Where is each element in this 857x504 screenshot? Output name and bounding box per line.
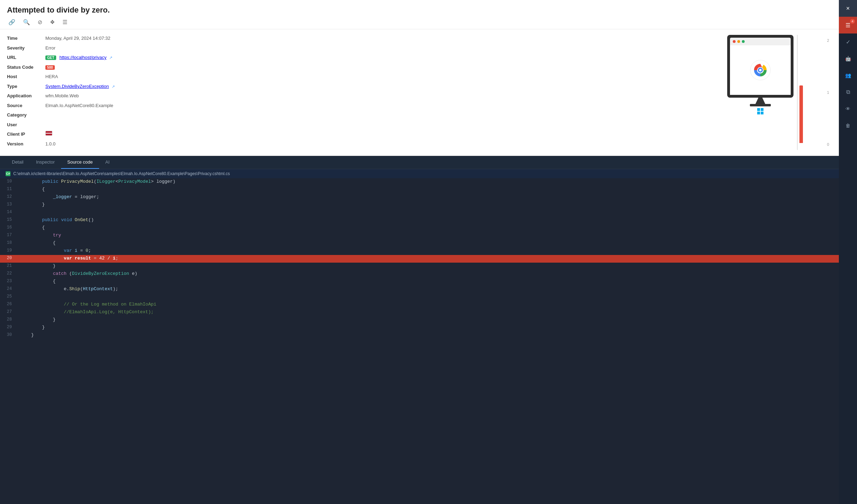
line-code-20: var result = 42 / i; [17, 255, 839, 263]
application-row: Application wfm.Mobile.Web [7, 92, 706, 99]
code-line-28: 28 } [0, 316, 839, 324]
source-label: Source [7, 102, 45, 109]
dot-yellow [737, 40, 740, 43]
tab-detail[interactable]: Detail [6, 156, 30, 169]
layers-icon[interactable]: ❖ [49, 18, 56, 26]
code-line-23: 23 { [0, 278, 839, 286]
line-num-23: 23 [0, 278, 17, 286]
bot-button[interactable]: 🤖 [839, 50, 857, 67]
link-icon[interactable]: 🔗 [7, 18, 17, 26]
user-row: User [7, 121, 706, 128]
application-label: Application [7, 92, 45, 99]
status-label: Status Code [7, 64, 45, 71]
code-line-15: 15 public void OnGet() [0, 217, 839, 224]
line-code-27: //ElmahIoApi.Log(e, HttpContext); [17, 309, 839, 316]
bot-icon: 🤖 [845, 56, 851, 61]
tabs-bar: Detail Inspector Source code AI [0, 156, 839, 169]
url-row: URL GET https://localhost/privacy ↗ [7, 54, 706, 61]
trash-button[interactable]: 🗑 [839, 117, 857, 134]
line-num-12: 12 [0, 194, 17, 201]
external-link-icon[interactable]: ↗ [109, 55, 112, 60]
line-code-30: } [17, 332, 839, 339]
copy-icon: ⧉ [846, 89, 850, 95]
line-num-17: 17 [0, 232, 17, 240]
type-external-icon[interactable]: ↗ [112, 84, 115, 89]
svg-rect-7 [761, 112, 763, 114]
type-link[interactable]: System.DivideByZeroException [45, 84, 109, 89]
eye-slash-button[interactable]: 👁 [839, 100, 857, 117]
code-line-10: 10 public PrivacyModel(ILogger<PrivacyMo… [0, 178, 839, 186]
line-num-27: 27 [0, 309, 17, 316]
code-line-24: 24 e.Ship(HttpContext); [0, 286, 839, 293]
svg-point-3 [759, 69, 761, 71]
chart-area: 2 1 0 [720, 35, 832, 150]
check-icon: ✓ [846, 39, 850, 45]
svg-rect-5 [761, 108, 763, 111]
menu-icon[interactable]: ☰ [61, 18, 69, 26]
list-button[interactable]: ☰ 4 [839, 17, 857, 33]
line-num-13: 13 [0, 201, 17, 209]
line-num-20: 20 [0, 255, 17, 263]
line-num-30: 30 [0, 332, 17, 339]
copy-button[interactable]: ⧉ [839, 84, 857, 100]
file-path-text: C:\elmah.io\client-libraries\Elmah.Io.As… [13, 171, 230, 176]
code-line-16: 16 { [0, 224, 839, 232]
check-button[interactable]: ✓ [839, 33, 857, 50]
line-code-28: } [17, 316, 839, 324]
details-left: Time Monday, April 29, 2024 14:07:32 Sev… [7, 35, 706, 150]
code-line-20: 20 var result = 42 / i; [0, 255, 839, 263]
user-label: User [7, 121, 45, 128]
badge-count: 4 [850, 19, 855, 24]
url-link[interactable]: https://localhost/privacy [59, 55, 106, 60]
users-icon: 👥 [845, 73, 851, 78]
ban-icon[interactable]: ⊘ [36, 18, 44, 26]
severity-row: Severity Error [7, 45, 706, 52]
monitor-stand [755, 98, 765, 104]
chart-error-bar [799, 85, 803, 143]
code-line-22: 22 catch (DivideByZeroException e) [0, 270, 839, 278]
line-num-19: 19 [0, 247, 17, 255]
chart-axis-line [797, 35, 798, 150]
category-row: Category [7, 112, 706, 119]
cs-file-icon: C# [6, 171, 10, 176]
line-code-25 [17, 293, 839, 301]
code-line-12: 12 _logger = logger; [0, 194, 839, 201]
list-icon: ☰ [845, 22, 850, 29]
category-label: Category [7, 112, 45, 119]
line-num-28: 28 [0, 316, 17, 324]
line-num-29: 29 [0, 324, 17, 332]
line-num-25: 25 [0, 293, 17, 301]
tab-source-code[interactable]: Source code [61, 156, 99, 169]
status-row: Status Code 500 [7, 64, 706, 71]
line-code-26: // Or the Log method on ElmahIoApi [17, 301, 839, 309]
eye-slash-icon: 👁 [845, 106, 850, 112]
tab-inspector[interactable]: Inspector [30, 156, 61, 169]
dot-red [733, 40, 736, 43]
us-flag-icon [45, 131, 52, 136]
type-row: Type System.DivideByZeroException ↗ [7, 83, 706, 90]
time-row: Time Monday, April 29, 2024 14:07:32 [7, 35, 706, 42]
type-value: System.DivideByZeroException ↗ [45, 83, 115, 90]
source-row: Source Elmah.Io.AspNetCore80.Example [7, 102, 706, 109]
line-code-10: public PrivacyModel(ILogger<PrivacyModel… [17, 178, 839, 186]
line-code-11: { [17, 186, 839, 194]
line-num-14: 14 [0, 209, 17, 217]
windows-logo [757, 108, 764, 116]
client-ip-row: Client IP [7, 131, 706, 138]
code-line-11: 11 { [0, 186, 839, 194]
search-icon[interactable]: 🔍 [22, 18, 31, 26]
line-code-16: { [17, 224, 839, 232]
code-area[interactable]: 10 public PrivacyModel(ILogger<PrivacyMo… [0, 178, 839, 504]
tab-ai[interactable]: AI [99, 156, 116, 169]
line-code-21: } [17, 263, 839, 270]
users-button[interactable]: 👥 [839, 67, 857, 84]
monitor-graphic [727, 35, 793, 116]
host-label: Host [7, 73, 45, 80]
url-value: GET https://localhost/privacy ↗ [45, 54, 112, 61]
line-code-15: public void OnGet() [17, 217, 839, 224]
version-row: Version 1.0.0 [7, 141, 706, 148]
close-button[interactable]: × [839, 0, 857, 17]
line-code-12: _logger = logger; [17, 194, 839, 201]
code-line-30: 30 } [0, 332, 839, 339]
trash-icon: 🗑 [845, 123, 850, 128]
